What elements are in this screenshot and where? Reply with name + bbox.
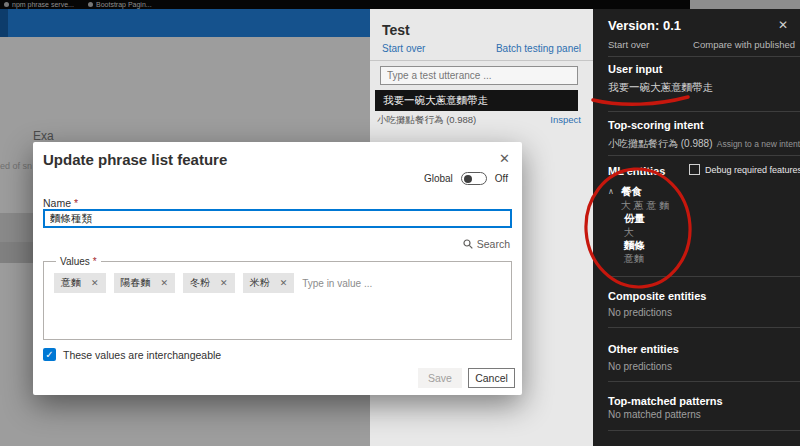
- name-label-text: Name: [43, 197, 71, 209]
- update-phrase-list-modal: Update phrase list feature ✕ Global Off …: [33, 142, 522, 395]
- panel-divider: [608, 430, 800, 431]
- close-icon[interactable]: ✕: [499, 151, 510, 166]
- global-toggle[interactable]: [461, 172, 487, 185]
- chip-remove-icon[interactable]: ✕: [161, 278, 169, 288]
- assign-new-intent-link[interactable]: Assign to a new intent: [717, 139, 800, 149]
- search-icon: [463, 239, 473, 249]
- test-panel-divider: [370, 60, 593, 61]
- test-start-over-link[interactable]: Start over: [382, 43, 425, 54]
- batch-testing-panel-link[interactable]: Batch testing panel: [496, 43, 581, 54]
- panel-start-over-link[interactable]: Start over: [608, 39, 649, 50]
- chip-label: 冬粉: [190, 276, 210, 290]
- tab-title: Bootstrap Pagin...: [96, 1, 152, 8]
- tab-favicon-icon: [4, 2, 9, 7]
- modal-title: Update phrase list feature: [43, 151, 227, 168]
- debug-required-label: Debug required features: [705, 165, 800, 175]
- browser-tab[interactable]: npm phrase serve...: [4, 0, 74, 9]
- chip-label: 意麵: [61, 276, 81, 290]
- chip-label: 陽春麵: [121, 276, 151, 290]
- chevron-up-icon[interactable]: ∧: [608, 187, 614, 196]
- ml-entities-label: ML entities: [608, 165, 665, 177]
- values-chip-row: 意麵 ✕ 陽春麵 ✕ 冬粉 ✕ 米粉 ✕ Type in value ...: [54, 273, 372, 293]
- interchangeable-label: These values are interchangeable: [63, 349, 221, 361]
- chip-remove-icon[interactable]: ✕: [280, 278, 288, 288]
- value-chip[interactable]: 冬粉 ✕: [183, 273, 235, 293]
- name-field-label: Name *: [43, 197, 78, 209]
- chip-label: 米粉: [250, 276, 270, 290]
- entity-parent-value: 大 蔥 意 麵: [621, 199, 669, 213]
- app-header-bar: [0, 9, 375, 37]
- search-label: Search: [477, 238, 510, 250]
- test-utterance-input[interactable]: [380, 66, 578, 85]
- other-entities-label: Other entities: [608, 343, 679, 355]
- entity-parent-name[interactable]: 餐食: [621, 185, 642, 199]
- value-input-placeholder[interactable]: Type in value ...: [302, 278, 372, 289]
- panel-divider: [608, 381, 800, 382]
- debug-required-features-row: Debug required features ?: [689, 164, 800, 175]
- global-label: Global: [424, 173, 453, 184]
- selected-utterance-row[interactable]: 我要一碗大蔥意麵帶走: [375, 90, 578, 111]
- panel-divider: [608, 56, 800, 57]
- composite-entities-value: No predictions: [608, 307, 672, 318]
- other-entities-value: No predictions: [608, 361, 672, 372]
- search-control[interactable]: Search: [463, 238, 510, 250]
- composite-entities-label: Composite entities: [608, 290, 706, 302]
- top-scoring-intent-label: Top-scoring intent: [608, 119, 704, 131]
- chip-remove-icon[interactable]: ✕: [91, 278, 99, 288]
- debug-required-checkbox[interactable]: [689, 164, 700, 175]
- value-chip[interactable]: 陽春麵 ✕: [114, 273, 176, 293]
- panel-divider: [608, 276, 800, 277]
- inspect-panel: Version: 0.1 ✕ Start over Compare with p…: [593, 9, 800, 446]
- chip-remove-icon[interactable]: ✕: [220, 278, 228, 288]
- interchangeable-checkbox[interactable]: ✓: [43, 348, 56, 361]
- background-text-fragment: ed of sn: [0, 161, 32, 171]
- entity-child-value: 大: [624, 226, 634, 240]
- tab-title: npm phrase serve...: [12, 1, 74, 8]
- version-label: Version: 0.1: [608, 18, 681, 33]
- utterance-intent-score: 小吃攤點餐行為 (0.988): [377, 114, 476, 127]
- required-asterisk: *: [74, 197, 78, 209]
- values-label-text: Values: [60, 256, 90, 267]
- compare-with-published-link[interactable]: Compare with published: [693, 39, 795, 50]
- background-heading-fragment: Exa: [33, 129, 54, 143]
- global-state-label: Off: [495, 173, 508, 184]
- values-legend: Values *: [56, 256, 101, 267]
- top-intent-value: 小吃攤點餐行為 (0.988): [608, 137, 712, 151]
- entity-child-name[interactable]: 份量: [624, 212, 645, 226]
- entity-child-name[interactable]: 麵條: [624, 239, 645, 253]
- panel-divider: [608, 155, 800, 156]
- value-chip[interactable]: 意麵 ✕: [54, 273, 106, 293]
- close-icon[interactable]: ✕: [778, 18, 788, 32]
- browser-tab-bar: npm phrase serve... Bootstrap Pagin...: [0, 0, 800, 9]
- save-button[interactable]: Save: [418, 368, 462, 388]
- values-fieldset: Values * 意麵 ✕ 陽春麵 ✕ 冬粉 ✕ 米粉 ✕ Type in va…: [43, 256, 512, 340]
- cancel-button[interactable]: Cancel: [468, 368, 515, 388]
- top-matched-patterns-value: No matched patterns: [608, 409, 701, 420]
- browser-tab[interactable]: Bootstrap Pagin...: [88, 0, 152, 9]
- test-panel-title: Test: [382, 22, 410, 38]
- panel-divider: [608, 327, 800, 328]
- panel-divider: [608, 111, 800, 112]
- top-matched-patterns-label: Top-matched patterns: [608, 395, 723, 407]
- global-toggle-row: Global Off: [424, 172, 508, 185]
- user-input-label: User input: [608, 63, 662, 75]
- tab-bar-spacer: [690, 0, 800, 9]
- tab-favicon-icon: [88, 2, 93, 7]
- inspect-link[interactable]: Inspect: [550, 114, 581, 125]
- toggle-knob: [464, 175, 472, 183]
- user-input-text: 我要一碗大蔥意麵帶走: [608, 81, 713, 95]
- interchangeable-row: ✓ These values are interchangeable: [43, 348, 221, 361]
- name-input[interactable]: [43, 209, 512, 228]
- value-chip[interactable]: 米粉 ✕: [243, 273, 295, 293]
- required-asterisk: *: [93, 256, 97, 267]
- entity-child-value: 意麵: [624, 252, 644, 266]
- app-header-notch: [0, 9, 8, 37]
